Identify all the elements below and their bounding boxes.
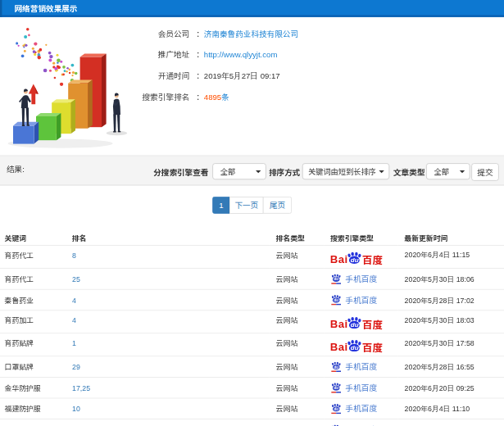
svg-text:du: du	[334, 365, 339, 369]
svg-text:du: du	[351, 321, 359, 329]
svg-text:du: du	[334, 407, 339, 411]
svg-text:du: du	[351, 344, 359, 351]
svg-text:百度: 百度	[362, 252, 383, 265]
svg-text:Bai: Bai	[330, 253, 347, 265]
svg-text:du: du	[351, 256, 359, 264]
svg-text:du: du	[334, 386, 339, 390]
svg-text:百度: 百度	[362, 317, 383, 330]
svg-text:du: du	[334, 277, 339, 281]
svg-text:Bai: Bai	[330, 341, 347, 353]
svg-text:Bai: Bai	[330, 318, 347, 330]
svg-text:百度: 百度	[362, 340, 383, 353]
svg-text:du: du	[334, 298, 339, 302]
